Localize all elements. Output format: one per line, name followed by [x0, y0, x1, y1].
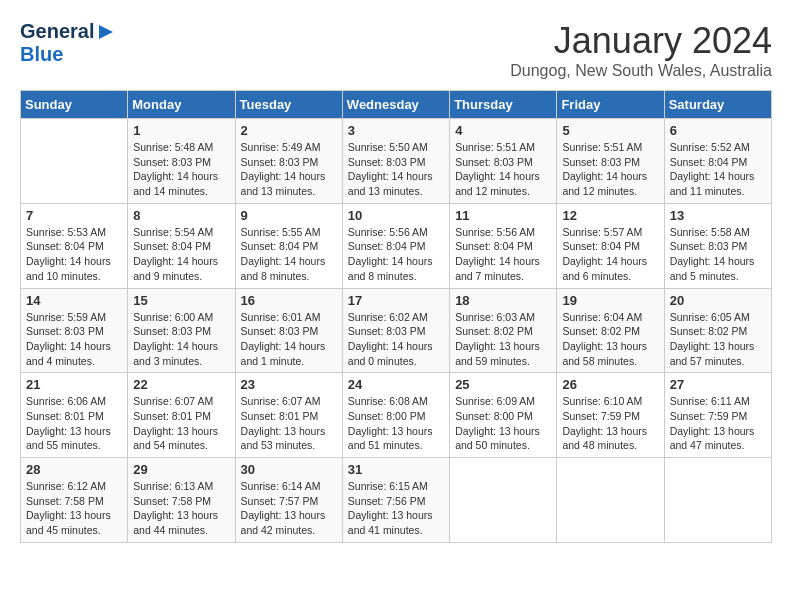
day-number: 9: [241, 208, 337, 223]
day-info: Sunrise: 6:10 AM Sunset: 7:59 PM Dayligh…: [562, 394, 658, 453]
day-info: Sunrise: 5:48 AM Sunset: 8:03 PM Dayligh…: [133, 140, 229, 199]
calendar-cell: [450, 458, 557, 543]
calendar-week-4: 21Sunrise: 6:06 AM Sunset: 8:01 PM Dayli…: [21, 373, 772, 458]
day-number: 2: [241, 123, 337, 138]
day-header-tuesday: Tuesday: [235, 91, 342, 119]
day-info: Sunrise: 5:58 AM Sunset: 8:03 PM Dayligh…: [670, 225, 766, 284]
day-number: 31: [348, 462, 444, 477]
day-number: 25: [455, 377, 551, 392]
day-info: Sunrise: 5:49 AM Sunset: 8:03 PM Dayligh…: [241, 140, 337, 199]
calendar-week-1: 1Sunrise: 5:48 AM Sunset: 8:03 PM Daylig…: [21, 119, 772, 204]
day-info: Sunrise: 6:14 AM Sunset: 7:57 PM Dayligh…: [241, 479, 337, 538]
calendar-cell: [557, 458, 664, 543]
day-number: 12: [562, 208, 658, 223]
day-number: 23: [241, 377, 337, 392]
day-header-saturday: Saturday: [664, 91, 771, 119]
calendar-cell: 13Sunrise: 5:58 AM Sunset: 8:03 PM Dayli…: [664, 203, 771, 288]
day-number: 5: [562, 123, 658, 138]
day-info: Sunrise: 6:15 AM Sunset: 7:56 PM Dayligh…: [348, 479, 444, 538]
calendar-cell: 5Sunrise: 5:51 AM Sunset: 8:03 PM Daylig…: [557, 119, 664, 204]
day-number: 3: [348, 123, 444, 138]
day-info: Sunrise: 6:12 AM Sunset: 7:58 PM Dayligh…: [26, 479, 122, 538]
day-number: 7: [26, 208, 122, 223]
calendar-cell: 15Sunrise: 6:00 AM Sunset: 8:03 PM Dayli…: [128, 288, 235, 373]
calendar-cell: 28Sunrise: 6:12 AM Sunset: 7:58 PM Dayli…: [21, 458, 128, 543]
calendar-cell: 27Sunrise: 6:11 AM Sunset: 7:59 PM Dayli…: [664, 373, 771, 458]
calendar-cell: 20Sunrise: 6:05 AM Sunset: 8:02 PM Dayli…: [664, 288, 771, 373]
day-info: Sunrise: 5:54 AM Sunset: 8:04 PM Dayligh…: [133, 225, 229, 284]
calendar-week-5: 28Sunrise: 6:12 AM Sunset: 7:58 PM Dayli…: [21, 458, 772, 543]
day-info: Sunrise: 6:07 AM Sunset: 8:01 PM Dayligh…: [241, 394, 337, 453]
day-info: Sunrise: 6:05 AM Sunset: 8:02 PM Dayligh…: [670, 310, 766, 369]
day-number: 22: [133, 377, 229, 392]
day-number: 27: [670, 377, 766, 392]
day-number: 16: [241, 293, 337, 308]
page-header: General Blue January 2024 Dungog, New So…: [20, 20, 772, 80]
day-info: Sunrise: 5:50 AM Sunset: 8:03 PM Dayligh…: [348, 140, 444, 199]
day-number: 21: [26, 377, 122, 392]
day-number: 13: [670, 208, 766, 223]
day-info: Sunrise: 5:59 AM Sunset: 8:03 PM Dayligh…: [26, 310, 122, 369]
day-header-sunday: Sunday: [21, 91, 128, 119]
day-number: 29: [133, 462, 229, 477]
day-info: Sunrise: 6:03 AM Sunset: 8:02 PM Dayligh…: [455, 310, 551, 369]
logo-general: General: [20, 20, 94, 43]
day-header-thursday: Thursday: [450, 91, 557, 119]
day-number: 15: [133, 293, 229, 308]
day-info: Sunrise: 5:56 AM Sunset: 8:04 PM Dayligh…: [455, 225, 551, 284]
day-info: Sunrise: 6:13 AM Sunset: 7:58 PM Dayligh…: [133, 479, 229, 538]
calendar-cell: 12Sunrise: 5:57 AM Sunset: 8:04 PM Dayli…: [557, 203, 664, 288]
day-info: Sunrise: 5:53 AM Sunset: 8:04 PM Dayligh…: [26, 225, 122, 284]
calendar-cell: 16Sunrise: 6:01 AM Sunset: 8:03 PM Dayli…: [235, 288, 342, 373]
calendar-week-2: 7Sunrise: 5:53 AM Sunset: 8:04 PM Daylig…: [21, 203, 772, 288]
day-header-monday: Monday: [128, 91, 235, 119]
calendar-cell: 7Sunrise: 5:53 AM Sunset: 8:04 PM Daylig…: [21, 203, 128, 288]
day-info: Sunrise: 6:08 AM Sunset: 8:00 PM Dayligh…: [348, 394, 444, 453]
day-header-wednesday: Wednesday: [342, 91, 449, 119]
day-info: Sunrise: 6:02 AM Sunset: 8:03 PM Dayligh…: [348, 310, 444, 369]
day-number: 8: [133, 208, 229, 223]
day-number: 6: [670, 123, 766, 138]
calendar-cell: 11Sunrise: 5:56 AM Sunset: 8:04 PM Dayli…: [450, 203, 557, 288]
day-number: 4: [455, 123, 551, 138]
calendar-title: January 2024: [510, 20, 772, 62]
calendar-cell: 29Sunrise: 6:13 AM Sunset: 7:58 PM Dayli…: [128, 458, 235, 543]
calendar-cell: 18Sunrise: 6:03 AM Sunset: 8:02 PM Dayli…: [450, 288, 557, 373]
day-info: Sunrise: 6:00 AM Sunset: 8:03 PM Dayligh…: [133, 310, 229, 369]
day-number: 28: [26, 462, 122, 477]
day-number: 26: [562, 377, 658, 392]
calendar-cell: 31Sunrise: 6:15 AM Sunset: 7:56 PM Dayli…: [342, 458, 449, 543]
calendar-cell: 23Sunrise: 6:07 AM Sunset: 8:01 PM Dayli…: [235, 373, 342, 458]
days-header-row: SundayMondayTuesdayWednesdayThursdayFrid…: [21, 91, 772, 119]
calendar-cell: 4Sunrise: 5:51 AM Sunset: 8:03 PM Daylig…: [450, 119, 557, 204]
day-number: 20: [670, 293, 766, 308]
day-info: Sunrise: 5:56 AM Sunset: 8:04 PM Dayligh…: [348, 225, 444, 284]
day-number: 1: [133, 123, 229, 138]
day-info: Sunrise: 6:06 AM Sunset: 8:01 PM Dayligh…: [26, 394, 122, 453]
day-number: 11: [455, 208, 551, 223]
calendar-cell: 21Sunrise: 6:06 AM Sunset: 8:01 PM Dayli…: [21, 373, 128, 458]
day-info: Sunrise: 6:09 AM Sunset: 8:00 PM Dayligh…: [455, 394, 551, 453]
svg-marker-0: [99, 25, 113, 39]
calendar-cell: 24Sunrise: 6:08 AM Sunset: 8:00 PM Dayli…: [342, 373, 449, 458]
day-info: Sunrise: 5:52 AM Sunset: 8:04 PM Dayligh…: [670, 140, 766, 199]
calendar-cell: 6Sunrise: 5:52 AM Sunset: 8:04 PM Daylig…: [664, 119, 771, 204]
title-area: January 2024 Dungog, New South Wales, Au…: [510, 20, 772, 80]
day-number: 17: [348, 293, 444, 308]
calendar-cell: 3Sunrise: 5:50 AM Sunset: 8:03 PM Daylig…: [342, 119, 449, 204]
calendar-cell: 17Sunrise: 6:02 AM Sunset: 8:03 PM Dayli…: [342, 288, 449, 373]
calendar-cell: 25Sunrise: 6:09 AM Sunset: 8:00 PM Dayli…: [450, 373, 557, 458]
day-number: 14: [26, 293, 122, 308]
calendar-cell: 19Sunrise: 6:04 AM Sunset: 8:02 PM Dayli…: [557, 288, 664, 373]
calendar-cell: [21, 119, 128, 204]
day-info: Sunrise: 5:55 AM Sunset: 8:04 PM Dayligh…: [241, 225, 337, 284]
calendar-cell: 22Sunrise: 6:07 AM Sunset: 8:01 PM Dayli…: [128, 373, 235, 458]
day-number: 30: [241, 462, 337, 477]
day-number: 10: [348, 208, 444, 223]
day-info: Sunrise: 6:01 AM Sunset: 8:03 PM Dayligh…: [241, 310, 337, 369]
day-info: Sunrise: 6:11 AM Sunset: 7:59 PM Dayligh…: [670, 394, 766, 453]
calendar-cell: 10Sunrise: 5:56 AM Sunset: 8:04 PM Dayli…: [342, 203, 449, 288]
day-info: Sunrise: 6:07 AM Sunset: 8:01 PM Dayligh…: [133, 394, 229, 453]
calendar-cell: 14Sunrise: 5:59 AM Sunset: 8:03 PM Dayli…: [21, 288, 128, 373]
day-header-friday: Friday: [557, 91, 664, 119]
